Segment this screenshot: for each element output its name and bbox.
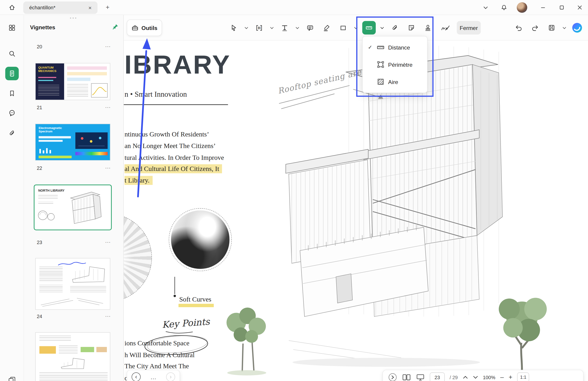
slide-sketch-box xyxy=(60,356,87,370)
thumb-overflow-button[interactable]: ⋯ xyxy=(104,313,113,320)
zoom-in-button[interactable]: + xyxy=(508,372,512,381)
thumb-overflow-button[interactable]: ⋯ xyxy=(104,43,113,50)
prev-page-button[interactable]: ‹ xyxy=(132,372,141,381)
thumbnails-panel-button[interactable] xyxy=(5,67,19,80)
ai-assistant-button[interactable] xyxy=(571,21,584,34)
measure-tool-button-active[interactable] xyxy=(362,21,376,35)
slideshow-button[interactable] xyxy=(416,372,425,381)
thumbnail-page-25[interactable] xyxy=(35,332,110,381)
panel-drag-handle[interactable]: ••• xyxy=(24,16,124,20)
save-button[interactable] xyxy=(545,21,558,34)
curved-architecture-photo xyxy=(171,211,230,269)
batch-tools-button[interactable] xyxy=(5,374,19,381)
measure-dropdown-menu: ✓ Distance Périmètre Aire xyxy=(362,36,427,93)
stamp-tool-button[interactable] xyxy=(421,21,434,34)
actual-size-button[interactable]: 1:1 xyxy=(517,372,529,381)
highlighter-tool-button[interactable] xyxy=(320,21,333,34)
window-maximize-button[interactable] xyxy=(555,3,568,13)
ruler-icon xyxy=(365,24,373,32)
thumbnail-page-21[interactable]: QUANTUM MECHANICS xyxy=(35,63,110,100)
home-button[interactable] xyxy=(5,3,19,13)
notifications-button[interactable] xyxy=(499,3,509,13)
menu-item-perimetre[interactable]: Périmètre xyxy=(363,56,427,73)
next-page-button[interactable]: › xyxy=(166,372,175,381)
zoom-out-button[interactable]: – xyxy=(500,372,504,381)
titlebar-chevron-button[interactable] xyxy=(481,3,491,13)
bookmarks-button[interactable] xyxy=(5,87,19,100)
thumb-label-row: 20 ⋯ xyxy=(35,42,112,51)
tab-close-button[interactable]: × xyxy=(86,4,94,11)
stamp-icon xyxy=(424,24,432,32)
apps-grid-button[interactable] xyxy=(5,21,19,35)
collapse-bar-button[interactable] xyxy=(388,372,397,381)
measure-tool-chevron[interactable] xyxy=(379,21,385,34)
tree-right xyxy=(495,298,549,381)
document-tab[interactable]: échantillon* × xyxy=(23,1,97,14)
shape-tool-chevron[interactable] xyxy=(353,21,358,34)
slide-tick xyxy=(43,150,44,153)
outils-button[interactable]: Outils xyxy=(127,20,162,36)
monitor-icon xyxy=(416,373,425,381)
slide-text-lines xyxy=(38,202,53,205)
page-total-label: / 29 xyxy=(449,372,458,381)
signature-icon xyxy=(441,24,450,32)
pin-icon[interactable] xyxy=(111,23,119,31)
slide-tick xyxy=(49,150,51,153)
perimeter-icon xyxy=(377,60,385,69)
slide-block xyxy=(39,136,71,139)
chat-bubble-icon xyxy=(8,109,16,117)
nav-ellipsis[interactable]: … xyxy=(150,372,156,381)
sticker-tool-button[interactable] xyxy=(405,21,418,34)
select-tool-chevron[interactable] xyxy=(244,21,249,34)
thumbnail-page-24[interactable] xyxy=(35,258,110,310)
next-page-chevron[interactable] xyxy=(473,372,478,381)
edit-text-tool-button[interactable]: H xyxy=(253,21,265,34)
menu-item-aire[interactable]: Aire xyxy=(363,73,427,90)
page-number: 21 xyxy=(37,105,104,110)
text-tool-button[interactable] xyxy=(278,21,291,34)
thumb-overflow-button[interactable]: ⋯ xyxy=(104,239,113,246)
thumb-overflow-button[interactable]: ⋯ xyxy=(104,104,113,111)
new-tab-button[interactable]: + xyxy=(103,3,113,13)
fermer-button[interactable]: Fermer xyxy=(457,21,481,35)
save-chevron[interactable] xyxy=(562,21,567,34)
page-number: 22 xyxy=(37,165,104,171)
close-icon xyxy=(577,5,582,10)
zoom-level-label[interactable]: 100% xyxy=(483,372,495,381)
square-shape-icon xyxy=(339,24,347,32)
window-close-button[interactable] xyxy=(573,3,587,13)
body-text-line: The City And Meet The xyxy=(125,362,189,370)
signature-tool-button[interactable] xyxy=(438,21,453,34)
comment-tool-button[interactable] xyxy=(304,21,316,34)
user-avatar[interactable] xyxy=(517,2,527,13)
chevron-up-icon xyxy=(463,375,468,379)
previous-page-chevron[interactable] xyxy=(463,372,468,381)
two-page-view-button[interactable] xyxy=(402,372,411,381)
body-text-line: ntinuous Growth Of Residents’ xyxy=(125,130,209,139)
page-number-input[interactable]: 23 xyxy=(430,372,445,381)
document-canvas[interactable]: LIBRARY n • Smart Innovation Rooftop sea… xyxy=(124,41,588,381)
select-tool-button[interactable] xyxy=(227,21,240,34)
chevron-down-icon xyxy=(483,6,488,9)
edit-text-tool-chevron[interactable] xyxy=(269,21,274,34)
attachments-button[interactable] xyxy=(5,127,19,140)
page-number: 23 xyxy=(37,239,104,245)
undo-button[interactable] xyxy=(512,21,525,34)
window-minimize-button[interactable] xyxy=(536,3,550,13)
area-icon xyxy=(377,78,385,86)
redo-button[interactable] xyxy=(529,21,542,34)
menu-item-distance[interactable]: ✓ Distance xyxy=(363,39,427,56)
search-button[interactable] xyxy=(5,47,19,60)
attach-tool-button[interactable] xyxy=(388,21,401,34)
shape-tool-button[interactable] xyxy=(337,21,349,34)
thumbnail-page-23-selected[interactable]: NORTH LIBRARY xyxy=(34,185,112,231)
comments-button[interactable] xyxy=(5,106,19,119)
menu-item-label: Aire xyxy=(388,79,398,85)
outils-label: Outils xyxy=(141,24,157,31)
thumbnail-page-22[interactable]: Electromagnetic Spectrum xyxy=(35,124,110,161)
cursor-icon xyxy=(230,24,237,32)
text-tool-chevron[interactable] xyxy=(295,21,300,34)
main-toolbar: Outils H xyxy=(124,15,588,41)
thumb-overflow-button[interactable]: ⋯ xyxy=(104,165,113,171)
slide-title: NORTH LIBRARY xyxy=(38,189,64,192)
